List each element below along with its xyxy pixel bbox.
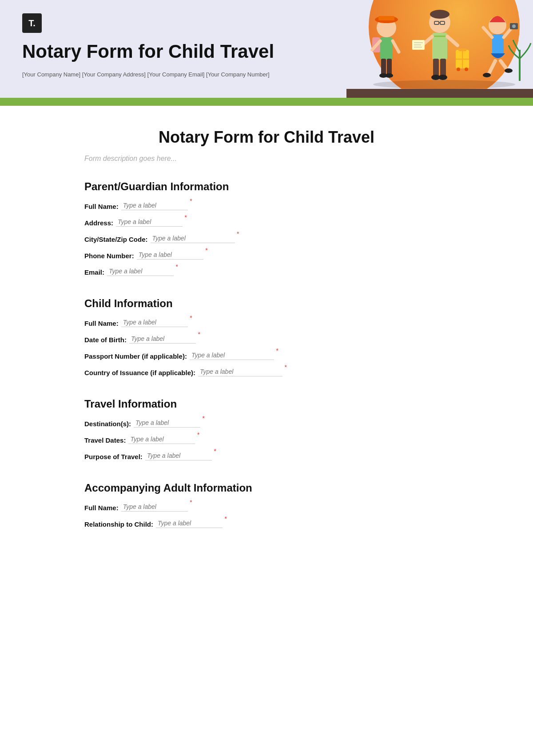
header: T. Notary Form for Child Travel [Your Co… <box>0 0 533 98</box>
field-input-purpose[interactable] <box>145 451 212 460</box>
svg-rect-5 <box>381 59 386 76</box>
svg-rect-6 <box>387 59 392 76</box>
svg-line-11 <box>393 41 399 52</box>
header-meta: [Your Company Name] [Your Company Addres… <box>22 71 298 87</box>
field-row-phone-parent: Phone Number: * <box>84 250 449 260</box>
field-input-wrapper-country-child: * <box>198 367 282 376</box>
field-input-wrapper-fullname-parent: * <box>121 201 188 210</box>
field-row-travel-dates: Travel Dates: * <box>84 435 449 444</box>
field-label-travel-dates: Travel Dates: <box>84 436 126 444</box>
svg-rect-3 <box>378 16 394 20</box>
field-input-fullname-child[interactable] <box>121 318 188 327</box>
required-star-address-parent: * <box>185 214 187 221</box>
field-input-relationship-adult[interactable] <box>156 519 223 528</box>
field-label-destinations: Destination(s): <box>84 420 131 428</box>
required-star-city-parent: * <box>237 230 239 237</box>
field-label-phone-parent: Phone Number: <box>84 252 134 260</box>
svg-rect-18 <box>434 36 446 37</box>
svg-point-40 <box>505 68 513 73</box>
field-input-dob-child[interactable] <box>129 334 196 344</box>
field-input-wrapper-email-parent: * <box>107 267 174 276</box>
field-input-wrapper-passport-child: * <box>190 351 274 360</box>
required-star-email-parent: * <box>176 263 178 270</box>
main-content: Notary Form for Child Travel Form descri… <box>67 106 466 576</box>
field-row-email-parent: Email: * <box>84 267 449 276</box>
required-star-fullname-child: * <box>190 314 192 321</box>
field-input-wrapper-city-parent: * <box>151 234 235 243</box>
svg-point-33 <box>457 68 460 71</box>
svg-line-37 <box>489 61 495 74</box>
field-input-travel-dates[interactable] <box>128 435 195 444</box>
field-row-country-child: Country of Issuance (if applicable): * <box>84 367 449 376</box>
field-input-wrapper-fullname-child: * <box>121 318 188 327</box>
svg-rect-36 <box>492 34 504 56</box>
field-label-city-parent: City/State/Zip Code: <box>84 236 148 243</box>
required-star-relationship-adult: * <box>225 515 227 522</box>
field-row-dob-child: Date of Birth: * <box>84 334 449 344</box>
accent-bar <box>0 98 533 106</box>
field-input-fullname-parent[interactable] <box>121 201 188 210</box>
field-input-wrapper-relationship-adult: * <box>156 519 223 528</box>
field-input-address-parent[interactable] <box>116 217 183 227</box>
svg-point-39 <box>483 73 491 77</box>
field-input-wrapper-dob-child: * <box>129 334 196 344</box>
field-row-relationship-adult: Relationship to Child: * <box>84 519 449 528</box>
section-title-accompanying-adult: Accompanying Adult Information <box>84 482 449 494</box>
svg-point-13 <box>430 10 449 19</box>
svg-point-0 <box>373 80 515 89</box>
field-label-country-child: Country of Issuance (if applicable): <box>84 369 195 376</box>
header-title: Notary Form for Child Travel <box>22 41 298 62</box>
field-row-fullname-child: Full Name: * <box>84 318 449 327</box>
field-label-fullname-adult: Full Name: <box>84 504 119 512</box>
required-star-purpose: * <box>214 448 216 455</box>
field-row-purpose: Purpose of Travel: * <box>84 451 449 460</box>
field-row-city-parent: City/State/Zip Code: * <box>84 234 449 243</box>
field-input-wrapper-phone-parent: * <box>137 250 203 260</box>
section-child-info: Child Information Full Name: * Date of B… <box>84 297 449 376</box>
svg-rect-19 <box>433 59 439 77</box>
required-star-fullname-parent: * <box>190 197 192 204</box>
section-title-child-info: Child Information <box>84 297 449 310</box>
field-label-email-parent: Email: <box>84 268 104 276</box>
required-star-country-child: * <box>285 364 287 371</box>
svg-rect-20 <box>440 59 446 77</box>
section-accompanying-adult: Accompanying Adult Information Full Name… <box>84 482 449 528</box>
required-star-dob-child: * <box>198 331 200 338</box>
field-label-fullname-parent: Full Name: <box>84 203 119 210</box>
section-parent-guardian: Parent/Guardian Information Full Name: *… <box>84 180 449 276</box>
required-star-destinations: * <box>203 415 205 422</box>
field-input-wrapper-address-parent: * <box>116 217 183 227</box>
required-star-passport-child: * <box>276 347 278 354</box>
section-title-travel-info: Travel Information <box>84 398 449 410</box>
svg-point-34 <box>465 68 468 71</box>
field-label-address-parent: Address: <box>84 219 113 227</box>
svg-point-44 <box>512 24 516 28</box>
field-input-wrapper-purpose: * <box>145 451 212 460</box>
section-travel-info: Travel Information Destination(s): * Tra… <box>84 398 449 460</box>
field-label-passport-child: Passport Number (if applicable): <box>84 352 187 360</box>
field-input-city-parent[interactable] <box>151 234 235 243</box>
illustration-ground <box>346 89 533 98</box>
field-input-email-parent[interactable] <box>107 267 174 276</box>
field-input-country-child[interactable] <box>198 367 282 376</box>
traveler-illustration <box>346 1 533 90</box>
required-star-travel-dates: * <box>197 431 199 438</box>
field-input-phone-parent[interactable] <box>137 250 203 260</box>
required-star-fullname-adult: * <box>190 499 192 506</box>
svg-rect-4 <box>380 37 393 60</box>
field-input-wrapper-destinations: * <box>134 418 200 428</box>
svg-point-22 <box>438 75 447 80</box>
form-description: Form description goes here... <box>84 155 449 163</box>
field-input-fullname-adult[interactable] <box>121 502 188 512</box>
field-input-destinations[interactable] <box>134 418 200 428</box>
logo: T. <box>22 13 42 33</box>
field-row-fullname-adult: Full Name: * <box>84 502 449 512</box>
field-row-address-parent: Address: * <box>84 217 449 227</box>
field-label-fullname-child: Full Name: <box>84 320 119 327</box>
required-star-phone-parent: * <box>205 247 207 254</box>
field-input-passport-child[interactable] <box>190 351 274 360</box>
field-row-destinations: Destination(s): * <box>84 418 449 428</box>
field-input-wrapper-fullname-adult: * <box>121 502 188 512</box>
field-row-passport-child: Passport Number (if applicable): * <box>84 351 449 360</box>
field-label-dob-child: Date of Birth: <box>84 336 127 344</box>
